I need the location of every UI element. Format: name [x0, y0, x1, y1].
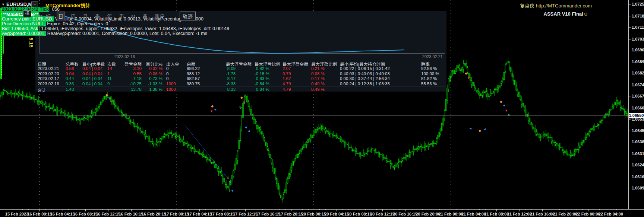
stat-cell: 0.49 %: [311, 87, 340, 92]
candle-body: [582, 143, 583, 143]
candle-body: [462, 68, 463, 71]
time-tick: [68, 210, 69, 210]
candle-body: [241, 116, 242, 130]
stat-cell: 0.21 %: [311, 66, 340, 71]
candle-body: [558, 146, 559, 146]
candle-body: [291, 167, 292, 170]
candle-body: [279, 189, 280, 194]
price-axis[interactable]: 1.072551.071801.071101.070351.069651.068…: [628, 0, 644, 209]
candle-body: [103, 98, 104, 100]
candle-body: [56, 109, 57, 112]
candle-body: [500, 86, 501, 87]
candle-body: [306, 142, 307, 144]
candle-body: [419, 146, 419, 149]
sell-marker: ▼: [242, 100, 246, 104]
candle-body: [191, 148, 192, 148]
stat-cell: 0: [166, 66, 187, 71]
stat-cell: 92.86 %: [421, 66, 443, 71]
menu-item-备[interactable]: 备: [142, 12, 149, 20]
candle-body: [264, 138, 265, 141]
menu-item-M[interactable]: M: [130, 13, 136, 20]
candle-body: [127, 119, 128, 119]
candle-body: [218, 169, 219, 171]
candle-body: [266, 142, 266, 146]
candle-body: [542, 137, 542, 137]
candle-body: [615, 102, 615, 105]
time-tick: [302, 210, 303, 210]
menu-item-月[interactable]: 月: [82, 12, 89, 20]
candle-body: [332, 135, 332, 135]
minimize-button[interactable]: –: [31, 1, 38, 7]
time-tick: [28, 210, 29, 210]
candle-body: [362, 155, 362, 156]
menu-item-账户[interactable]: 账户: [154, 12, 166, 20]
candle-body: [612, 107, 613, 108]
candle-body: [478, 92, 479, 94]
time-tick: [451, 210, 451, 211]
stat-cell: -8.33: [226, 82, 255, 86]
menu-item-币[interactable]: 币: [118, 12, 126, 20]
time-tick: [520, 210, 520, 211]
candle-body: [301, 149, 302, 151]
stat-cell: -1.38 %: [145, 87, 166, 92]
candle-body: [337, 137, 338, 137]
time-label: 17 Feb 04:15: [187, 212, 212, 216]
price-tick: [629, 108, 631, 108]
candle-body: [563, 151, 564, 152]
menu-item-年[interactable]: 年: [106, 12, 113, 20]
candle-body: [436, 139, 437, 142]
candle-body: [224, 178, 224, 182]
menu-item-日[interactable]: 日: [57, 12, 65, 20]
time-tick: [594, 210, 594, 210]
menu-item-季[interactable]: 季: [94, 12, 101, 20]
candle-body: [550, 137, 550, 138]
stat-cell: 0.08 %: [311, 71, 340, 76]
menu-item-综[interactable]: 综: [45, 12, 52, 20]
time-tick: [211, 210, 211, 210]
candle-body: [532, 125, 533, 127]
time-axis[interactable]: 15 Feb 202316 Feb 00:1516 Feb 04:1516 Fe…: [0, 209, 644, 217]
candle-body: [505, 65, 506, 71]
candle-body: [610, 109, 611, 110]
candle-body: [375, 151, 376, 152]
track-button[interactable]: 轨迹: [180, 12, 196, 20]
candle-body: [145, 134, 146, 136]
time-tick: [102, 210, 103, 210]
candle-body: [543, 135, 544, 136]
menu-item-周[interactable]: 周: [70, 12, 77, 20]
select-button[interactable]: 择: [23, 10, 31, 17]
candle-body: [483, 92, 484, 93]
stat-cell: 0.04 | 0.04: [82, 76, 107, 81]
candle-body: [512, 73, 512, 77]
candle-body: [54, 109, 55, 111]
candle-body: [552, 140, 553, 142]
candle-body: [509, 63, 510, 67]
time-tick: [342, 210, 343, 210]
candle-body: [573, 154, 574, 156]
candle-body: [3, 90, 4, 92]
price-tick: [629, 85, 631, 85]
candle-body: [236, 158, 237, 164]
candle-body: [42, 102, 43, 104]
candle-body: [30, 96, 31, 98]
candle-body: [83, 118, 83, 119]
time-tick: [588, 210, 588, 211]
time-tick: [142, 210, 143, 210]
price-tick: [629, 154, 631, 154]
candle-body: [119, 111, 120, 111]
stat-cell: -0.73 %: [145, 76, 166, 81]
stat-cell: 2023.02.21: [38, 66, 66, 71]
assar-version-label: ASSAR V10 Final☺: [544, 11, 588, 17]
candle-body: [355, 151, 356, 152]
equity-axis-date-end: 2023.02.21: [422, 54, 443, 59]
mt4-chart-window: ◆◄▼◆◄▼☺↻◄◆▼↻◄◄◆▼◄◆◄◆◄▼↻ 2023.02.16 2023.…: [0, 0, 644, 217]
stat-cell: -1.73: [226, 71, 255, 76]
time-label: 15 Feb 2023: [5, 212, 28, 216]
candle-body: [282, 199, 282, 199]
candle-body: [613, 106, 614, 107]
candle-body: [379, 154, 380, 154]
candle-body: [175, 137, 176, 137]
candle-body: [190, 147, 190, 148]
price-label: 1.06600: [632, 106, 644, 110]
time-tick: [314, 210, 314, 211]
